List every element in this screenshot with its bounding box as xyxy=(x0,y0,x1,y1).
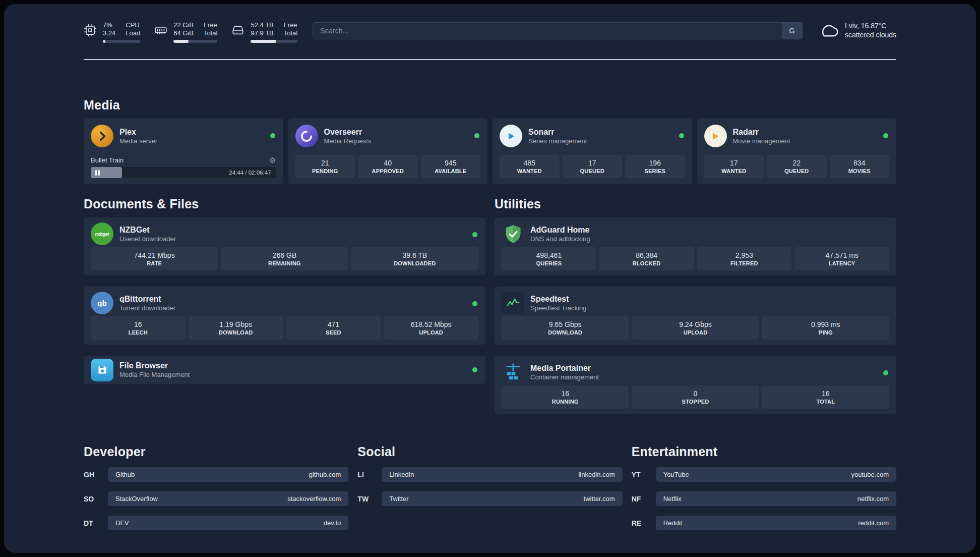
playback-progress-bar[interactable]: 24:44 / 02:06:47 xyxy=(91,167,276,178)
dashboard-panel: 7% CPU 3.24 Load 22 GiB xyxy=(4,4,976,553)
stat-value: 17 xyxy=(588,159,596,168)
app-card-speedtest[interactable]: Speedtest Speedtest Tracking 9.65 Gbps D… xyxy=(495,287,896,345)
section-title-social: Social xyxy=(357,444,622,459)
app-name: File Browser xyxy=(119,361,190,370)
stat-label: RATE xyxy=(147,260,162,267)
stat-tile: 485 WANTED xyxy=(500,155,560,178)
stat-tile: 266 GB REMAINING xyxy=(221,247,348,270)
bookmark-link-youtube[interactable]: YouTube youtube.com xyxy=(656,467,896,482)
bookmark-row: TW Twitter twitter.com xyxy=(357,491,622,506)
app-card-portainer[interactable]: Media Portainer Container management 16 … xyxy=(495,356,896,414)
bookmark-link-linkedin[interactable]: LinkedIn linkedin.com xyxy=(382,467,622,482)
app-name: Sonarr xyxy=(528,127,587,137)
app-card-filebrowser[interactable]: File Browser Media File Management xyxy=(84,356,485,384)
disk-free-value: 52.4 TB xyxy=(251,21,273,29)
overseerr-icon xyxy=(295,125,318,147)
status-dot xyxy=(883,133,888,138)
ram-free-label: Free xyxy=(204,21,217,29)
now-playing-title: Bullet Train xyxy=(91,156,124,164)
bookmark-link-netflix[interactable]: Netflix netflix.com xyxy=(656,491,896,506)
stat-value: 39.6 TB xyxy=(402,251,427,260)
app-card-sonarr[interactable]: Sonarr Series management 485 WANTED 17 Q… xyxy=(493,119,692,184)
bookmark-abbr: TW xyxy=(357,495,376,503)
qbittorrent-icon: qb xyxy=(91,292,113,314)
stat-label: DOWNLOAD xyxy=(219,329,253,336)
stat-label: MOVIES xyxy=(848,168,871,175)
bookmark-url: netflix.com xyxy=(858,495,889,503)
stat-value: 16 xyxy=(134,320,142,329)
bookmark-url: linkedin.com xyxy=(578,471,615,478)
section-title-developer: Developer xyxy=(84,444,348,459)
stat-tile: 1.19 Gbps DOWNLOAD xyxy=(189,316,283,340)
plex-now-playing: Bullet Train ⚙ 24:44 / 02:06:47 xyxy=(91,156,276,178)
app-subtitle: Torrent downloader xyxy=(119,304,175,312)
bookmark-abbr: LI xyxy=(357,471,376,479)
stat-tile: 834 MOVIES xyxy=(830,155,890,178)
app-card-plex[interactable]: Plex Media server Bullet Train ⚙ 24:44 /… xyxy=(84,119,283,184)
speedtest-icon xyxy=(502,292,524,314)
bookmark-abbr: YT xyxy=(632,471,650,479)
stat-value: 1.19 Gbps xyxy=(219,320,252,329)
app-name: Plex xyxy=(119,127,157,137)
stat-tile: 9.24 Gbps UPLOAD xyxy=(632,316,759,340)
cpu-usage-value: 7% xyxy=(103,21,115,29)
playback-time: 24:44 / 02:06:47 xyxy=(229,170,271,176)
app-name: NZBGet xyxy=(119,225,176,235)
stat-value: 47.571 ms xyxy=(825,251,858,260)
bookmark-link-reddit[interactable]: Reddit reddit.com xyxy=(656,516,896,530)
stat-tile: 2,953 FILTERED xyxy=(697,247,792,270)
bookmark-name: DEV xyxy=(115,519,129,527)
nzbget-icon: nzbget xyxy=(91,222,113,245)
stat-tile: 39.6 TB DOWNLOADED xyxy=(351,247,478,270)
status-dot xyxy=(472,301,477,306)
bookmark-url: stackoverflow.com xyxy=(287,495,341,503)
stat-label: FILTERED xyxy=(730,260,758,267)
stat-value: 266 GB xyxy=(273,251,296,260)
bookmark-link-github[interactable]: Github github.com xyxy=(108,467,348,482)
app-card-overseerr[interactable]: Overseerr Media Requests 21 PENDING 40 A… xyxy=(288,119,488,184)
bookmark-name: LinkedIn xyxy=(389,471,414,478)
stat-value: 9.65 Gbps xyxy=(549,320,582,329)
pause-icon[interactable] xyxy=(95,170,100,176)
app-card-adguard[interactable]: AdGuard Home DNS and adblocking 498,461 … xyxy=(495,217,896,275)
bookmark-link-stackoverflow[interactable]: StackOverflow stackoverflow.com xyxy=(108,491,348,506)
portainer-icon xyxy=(502,361,524,383)
stat-label: DOWNLOADED xyxy=(394,260,436,267)
stat-tile: 22 QUEUED xyxy=(767,155,827,178)
bookmark-group-entertainment: Entertainment YT YouTube youtube.com NF … xyxy=(632,444,896,530)
app-subtitle: DNS and adblocking xyxy=(530,235,590,243)
top-bar: 7% CPU 3.24 Load 22 GiB xyxy=(84,21,896,43)
app-subtitle: Media File Management xyxy=(119,371,190,379)
stat-label: QUEUED xyxy=(784,168,809,175)
bookmark-row: SO StackOverflow stackoverflow.com xyxy=(84,491,348,506)
app-subtitle: Media Requests xyxy=(324,137,372,145)
disk-widget: 52.4 TB Free 97.9 TB Total xyxy=(231,21,297,43)
stat-label: STOPPED xyxy=(682,398,709,405)
stat-label: REMAINING xyxy=(268,260,301,267)
search-input[interactable] xyxy=(313,22,803,39)
gear-icon[interactable]: ⚙ xyxy=(269,156,276,164)
app-card-nzbget[interactable]: nzbget NZBGet Usenet downloader 744.21 M… xyxy=(84,217,485,275)
stat-label: BLOCKED xyxy=(633,260,661,267)
stat-value: 471 xyxy=(328,320,339,329)
stat-tile: 9.65 Gbps DOWNLOAD xyxy=(502,316,629,340)
cloud-icon xyxy=(818,22,839,38)
stat-label: LATENCY xyxy=(829,260,855,267)
header-divider xyxy=(84,59,896,60)
ram-total-label: Total xyxy=(204,29,217,37)
weather-condition: scattered clouds xyxy=(845,30,896,39)
stat-value: 744.21 Mbps xyxy=(134,251,175,260)
app-subtitle: Series management xyxy=(528,137,587,145)
stat-label: DOWNLOAD xyxy=(548,329,582,336)
bookmark-name: StackOverflow xyxy=(115,495,158,503)
stat-tile: 17 QUEUED xyxy=(563,155,623,178)
bookmark-link-twitter[interactable]: Twitter twitter.com xyxy=(382,491,622,506)
app-card-radarr[interactable]: Radarr Movie management 17 WANTED 22 QUE… xyxy=(697,119,897,184)
stat-label: UPLOAD xyxy=(419,329,443,336)
app-subtitle: Container management xyxy=(530,373,599,381)
stat-value: 17 xyxy=(730,159,738,168)
app-card-qbittorrent[interactable]: qb qBittorrent Torrent downloader 16 LEE… xyxy=(84,287,485,345)
stat-tile: 47.571 ms LATENCY xyxy=(794,247,889,270)
search-engine-button[interactable]: G xyxy=(782,23,802,39)
bookmark-link-dev[interactable]: DEV dev.to xyxy=(108,516,348,530)
